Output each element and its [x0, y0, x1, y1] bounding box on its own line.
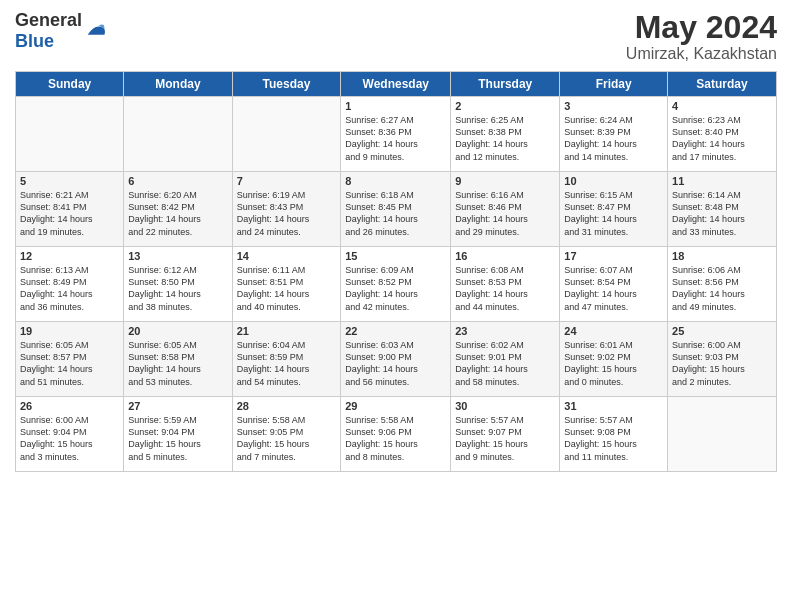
- day-headers-row: Sunday Monday Tuesday Wednesday Thursday…: [16, 72, 777, 97]
- cell-week2-day6: 18Sunrise: 6:06 AM Sunset: 8:56 PM Dayli…: [668, 247, 777, 322]
- cell-week3-day0: 19Sunrise: 6:05 AM Sunset: 8:57 PM Dayli…: [16, 322, 124, 397]
- cell-text-3: Sunrise: 6:24 AM Sunset: 8:39 PM Dayligh…: [564, 114, 663, 163]
- cell-week0-day2: [232, 97, 341, 172]
- cell-week4-day0: 26Sunrise: 6:00 AM Sunset: 9:04 PM Dayli…: [16, 397, 124, 472]
- header-monday: Monday: [124, 72, 232, 97]
- cell-text-28: Sunrise: 5:58 AM Sunset: 9:05 PM Dayligh…: [237, 414, 337, 463]
- cell-text-22: Sunrise: 6:03 AM Sunset: 9:00 PM Dayligh…: [345, 339, 446, 388]
- week-row-3: 19Sunrise: 6:05 AM Sunset: 8:57 PM Dayli…: [16, 322, 777, 397]
- month-year-title: May 2024: [626, 10, 777, 45]
- header-friday: Friday: [560, 72, 668, 97]
- cell-week4-day2: 28Sunrise: 5:58 AM Sunset: 9:05 PM Dayli…: [232, 397, 341, 472]
- day-number-7: 7: [237, 175, 337, 187]
- cell-text-9: Sunrise: 6:16 AM Sunset: 8:46 PM Dayligh…: [455, 189, 555, 238]
- cell-week4-day4: 30Sunrise: 5:57 AM Sunset: 9:07 PM Dayli…: [451, 397, 560, 472]
- day-number-10: 10: [564, 175, 663, 187]
- day-number-30: 30: [455, 400, 555, 412]
- day-number-24: 24: [564, 325, 663, 337]
- cell-text-29: Sunrise: 5:58 AM Sunset: 9:06 PM Dayligh…: [345, 414, 446, 463]
- cell-text-7: Sunrise: 6:19 AM Sunset: 8:43 PM Dayligh…: [237, 189, 337, 238]
- cell-week0-day3: 1Sunrise: 6:27 AM Sunset: 8:36 PM Daylig…: [341, 97, 451, 172]
- cell-week1-day6: 11Sunrise: 6:14 AM Sunset: 8:48 PM Dayli…: [668, 172, 777, 247]
- day-number-23: 23: [455, 325, 555, 337]
- week-row-1: 5Sunrise: 6:21 AM Sunset: 8:41 PM Daylig…: [16, 172, 777, 247]
- cell-week4-day5: 31Sunrise: 5:57 AM Sunset: 9:08 PM Dayli…: [560, 397, 668, 472]
- cell-week2-day2: 14Sunrise: 6:11 AM Sunset: 8:51 PM Dayli…: [232, 247, 341, 322]
- day-number-6: 6: [128, 175, 227, 187]
- location-subtitle: Umirzak, Kazakhstan: [626, 45, 777, 63]
- cell-text-27: Sunrise: 5:59 AM Sunset: 9:04 PM Dayligh…: [128, 414, 227, 463]
- header-sunday: Sunday: [16, 72, 124, 97]
- cell-text-10: Sunrise: 6:15 AM Sunset: 8:47 PM Dayligh…: [564, 189, 663, 238]
- day-number-31: 31: [564, 400, 663, 412]
- cell-text-25: Sunrise: 6:00 AM Sunset: 9:03 PM Dayligh…: [672, 339, 772, 388]
- day-number-3: 3: [564, 100, 663, 112]
- cell-text-8: Sunrise: 6:18 AM Sunset: 8:45 PM Dayligh…: [345, 189, 446, 238]
- page-header: General Blue May 2024 Umirzak, Kazakhsta…: [15, 10, 777, 63]
- calendar-table: Sunday Monday Tuesday Wednesday Thursday…: [15, 71, 777, 472]
- cell-week3-day3: 22Sunrise: 6:03 AM Sunset: 9:00 PM Dayli…: [341, 322, 451, 397]
- cell-text-21: Sunrise: 6:04 AM Sunset: 8:59 PM Dayligh…: [237, 339, 337, 388]
- cell-text-18: Sunrise: 6:06 AM Sunset: 8:56 PM Dayligh…: [672, 264, 772, 313]
- cell-text-1: Sunrise: 6:27 AM Sunset: 8:36 PM Dayligh…: [345, 114, 446, 163]
- day-number-4: 4: [672, 100, 772, 112]
- header-wednesday: Wednesday: [341, 72, 451, 97]
- cell-week1-day4: 9Sunrise: 6:16 AM Sunset: 8:46 PM Daylig…: [451, 172, 560, 247]
- cell-week1-day3: 8Sunrise: 6:18 AM Sunset: 8:45 PM Daylig…: [341, 172, 451, 247]
- logo-text: General Blue: [15, 10, 82, 52]
- day-number-11: 11: [672, 175, 772, 187]
- cell-week3-day4: 23Sunrise: 6:02 AM Sunset: 9:01 PM Dayli…: [451, 322, 560, 397]
- day-number-5: 5: [20, 175, 119, 187]
- cell-text-6: Sunrise: 6:20 AM Sunset: 8:42 PM Dayligh…: [128, 189, 227, 238]
- day-number-13: 13: [128, 250, 227, 262]
- cell-text-24: Sunrise: 6:01 AM Sunset: 9:02 PM Dayligh…: [564, 339, 663, 388]
- cell-text-12: Sunrise: 6:13 AM Sunset: 8:49 PM Dayligh…: [20, 264, 119, 313]
- cell-week2-day4: 16Sunrise: 6:08 AM Sunset: 8:53 PM Dayli…: [451, 247, 560, 322]
- day-number-16: 16: [455, 250, 555, 262]
- day-number-14: 14: [237, 250, 337, 262]
- cell-week4-day1: 27Sunrise: 5:59 AM Sunset: 9:04 PM Dayli…: [124, 397, 232, 472]
- cell-text-15: Sunrise: 6:09 AM Sunset: 8:52 PM Dayligh…: [345, 264, 446, 313]
- cell-text-30: Sunrise: 5:57 AM Sunset: 9:07 PM Dayligh…: [455, 414, 555, 463]
- calendar-body: 1Sunrise: 6:27 AM Sunset: 8:36 PM Daylig…: [16, 97, 777, 472]
- cell-week0-day4: 2Sunrise: 6:25 AM Sunset: 8:38 PM Daylig…: [451, 97, 560, 172]
- logo-general: General: [15, 10, 82, 30]
- logo-icon: [84, 20, 106, 42]
- cell-week1-day1: 6Sunrise: 6:20 AM Sunset: 8:42 PM Daylig…: [124, 172, 232, 247]
- cell-week1-day0: 5Sunrise: 6:21 AM Sunset: 8:41 PM Daylig…: [16, 172, 124, 247]
- cell-text-26: Sunrise: 6:00 AM Sunset: 9:04 PM Dayligh…: [20, 414, 119, 463]
- cell-week1-day2: 7Sunrise: 6:19 AM Sunset: 8:43 PM Daylig…: [232, 172, 341, 247]
- cell-week2-day3: 15Sunrise: 6:09 AM Sunset: 8:52 PM Dayli…: [341, 247, 451, 322]
- cell-text-2: Sunrise: 6:25 AM Sunset: 8:38 PM Dayligh…: [455, 114, 555, 163]
- day-number-19: 19: [20, 325, 119, 337]
- cell-week1-day5: 10Sunrise: 6:15 AM Sunset: 8:47 PM Dayli…: [560, 172, 668, 247]
- day-number-28: 28: [237, 400, 337, 412]
- cell-week3-day6: 25Sunrise: 6:00 AM Sunset: 9:03 PM Dayli…: [668, 322, 777, 397]
- cell-week2-day5: 17Sunrise: 6:07 AM Sunset: 8:54 PM Dayli…: [560, 247, 668, 322]
- day-number-12: 12: [20, 250, 119, 262]
- cell-text-13: Sunrise: 6:12 AM Sunset: 8:50 PM Dayligh…: [128, 264, 227, 313]
- cell-text-17: Sunrise: 6:07 AM Sunset: 8:54 PM Dayligh…: [564, 264, 663, 313]
- cell-text-23: Sunrise: 6:02 AM Sunset: 9:01 PM Dayligh…: [455, 339, 555, 388]
- cell-text-16: Sunrise: 6:08 AM Sunset: 8:53 PM Dayligh…: [455, 264, 555, 313]
- day-number-2: 2: [455, 100, 555, 112]
- day-number-1: 1: [345, 100, 446, 112]
- cell-text-11: Sunrise: 6:14 AM Sunset: 8:48 PM Dayligh…: [672, 189, 772, 238]
- header-saturday: Saturday: [668, 72, 777, 97]
- header-thursday: Thursday: [451, 72, 560, 97]
- week-row-4: 26Sunrise: 6:00 AM Sunset: 9:04 PM Dayli…: [16, 397, 777, 472]
- cell-week3-day2: 21Sunrise: 6:04 AM Sunset: 8:59 PM Dayli…: [232, 322, 341, 397]
- cell-week2-day1: 13Sunrise: 6:12 AM Sunset: 8:50 PM Dayli…: [124, 247, 232, 322]
- title-block: May 2024 Umirzak, Kazakhstan: [626, 10, 777, 63]
- cell-week4-day3: 29Sunrise: 5:58 AM Sunset: 9:06 PM Dayli…: [341, 397, 451, 472]
- calendar-header: Sunday Monday Tuesday Wednesday Thursday…: [16, 72, 777, 97]
- day-number-25: 25: [672, 325, 772, 337]
- logo: General Blue: [15, 10, 106, 52]
- cell-week3-day5: 24Sunrise: 6:01 AM Sunset: 9:02 PM Dayli…: [560, 322, 668, 397]
- day-number-21: 21: [237, 325, 337, 337]
- cell-week4-day6: [668, 397, 777, 472]
- logo-blue: Blue: [15, 31, 54, 51]
- cell-week0-day5: 3Sunrise: 6:24 AM Sunset: 8:39 PM Daylig…: [560, 97, 668, 172]
- cell-text-31: Sunrise: 5:57 AM Sunset: 9:08 PM Dayligh…: [564, 414, 663, 463]
- cell-week0-day0: [16, 97, 124, 172]
